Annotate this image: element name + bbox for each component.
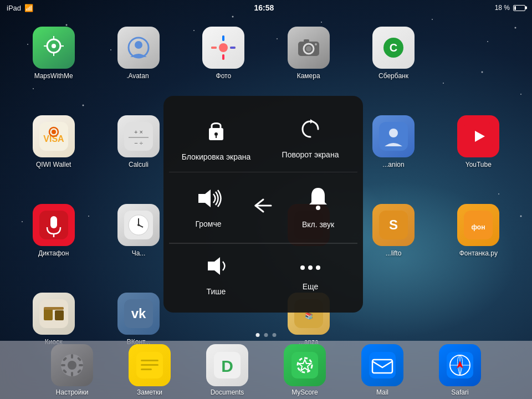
svg-point-61 xyxy=(137,224,140,226)
svg-text:фон: фон xyxy=(472,223,485,231)
app-label-dictaphone: Диктафон xyxy=(38,249,69,257)
app-icon-sberbank: С xyxy=(372,27,415,69)
app-mapswithme[interactable]: MapsWithMe xyxy=(11,21,96,110)
context-menu-bottom-row: Тише Еще xyxy=(169,243,357,306)
svg-point-37 xyxy=(306,46,311,52)
app-label-photos: Фото xyxy=(216,72,232,80)
dock-item-myscore[interactable]: MyScore xyxy=(284,344,326,396)
app-icon-clock xyxy=(117,204,160,246)
more-dots-icon xyxy=(298,254,323,277)
context-menu-top-row: Блокировка экрана Поворот экрана xyxy=(169,107,357,172)
svg-rect-38 xyxy=(304,39,309,42)
svg-rect-91 xyxy=(291,352,318,378)
app-label-clock: Ча... xyxy=(132,249,146,257)
status-bar: iPad 📶 16:58 18 % xyxy=(0,0,532,16)
dock-label-documents: Documents xyxy=(211,388,244,396)
back-button[interactable] xyxy=(248,192,279,223)
app-icon-avatan xyxy=(117,27,160,69)
app-shlifto[interactable]: S ...lifto xyxy=(351,198,436,287)
dock: Настройки Заметки D Documents MyScore Ma… xyxy=(0,341,532,399)
battery-icon xyxy=(513,5,525,11)
svg-text:VISA: VISA xyxy=(43,134,64,144)
dock-item-notes[interactable]: Заметки xyxy=(129,344,171,396)
battery-percent: 18 % xyxy=(495,4,510,12)
svg-text:S: S xyxy=(389,217,398,232)
dock-item-settings[interactable]: Настройки xyxy=(51,344,93,396)
page-dot-1[interactable] xyxy=(256,333,260,337)
context-menu-middle-row: Громче Вкл. звук xyxy=(169,172,357,243)
dock-item-safari[interactable]: Safari xyxy=(439,344,481,396)
menu-label-enable-sound: Вкл. звук xyxy=(302,219,334,229)
app-icon-photos xyxy=(202,27,244,69)
dock-label-safari: Safari xyxy=(451,388,468,396)
app-icon-dictaphone xyxy=(33,204,75,246)
wifi-icon: 📶 xyxy=(24,4,33,12)
svg-rect-78 xyxy=(71,372,73,376)
menu-label-more: Еще xyxy=(303,282,319,291)
svg-text:С: С xyxy=(390,42,397,54)
volume-down-icon xyxy=(204,254,228,282)
context-menu: Блокировка экрана Поворот экрана xyxy=(163,96,363,313)
app-kiosk[interactable]: Киоск xyxy=(11,287,96,346)
page-dot-2[interactable] xyxy=(264,333,268,337)
lock-icon xyxy=(204,117,228,147)
svg-point-109 xyxy=(316,265,320,270)
app-label-sberbank: Сбербанк xyxy=(378,72,408,80)
dock-icon-mail xyxy=(361,344,403,386)
status-right: 18 % xyxy=(495,4,525,12)
menu-label-louder: Громче xyxy=(195,219,221,229)
svg-text:+  ×: + × xyxy=(134,129,143,135)
svg-point-107 xyxy=(300,265,305,270)
app-sberbank[interactable]: С Сбербанк xyxy=(351,21,436,110)
app-dictaphone[interactable]: Диктафон xyxy=(11,198,96,287)
carrier-label: iPad xyxy=(7,4,21,12)
dock-item-mail[interactable]: Mail xyxy=(361,344,403,396)
dock-icon-safari xyxy=(439,344,481,386)
status-left: iPad 📶 xyxy=(7,4,33,12)
svg-rect-32 xyxy=(230,47,236,49)
menu-item-enable-sound[interactable]: Вкл. звук xyxy=(279,178,357,237)
dock-label-settings: Настройки xyxy=(56,388,89,396)
page-dot-3[interactable] xyxy=(273,333,277,337)
svg-rect-46 xyxy=(124,122,153,151)
svg-rect-67 xyxy=(39,299,68,328)
app-qiwi[interactable]: VISA QIWI Wallet xyxy=(11,110,96,198)
dock-item-documents[interactable]: D Documents xyxy=(206,344,248,396)
dock-label-mail: Mail xyxy=(376,388,388,396)
app-label-avatan: Avatan xyxy=(128,72,149,80)
dock-label-notes: Заметки xyxy=(137,388,162,396)
dock-icon-settings xyxy=(51,344,93,386)
app-icon-calculi: + ×− ÷ xyxy=(117,115,160,157)
dock-icon-notes xyxy=(129,344,171,386)
svg-marker-104 xyxy=(198,190,211,207)
menu-item-quieter[interactable]: Тише xyxy=(169,244,263,306)
app-label-calculi: Calculi xyxy=(129,161,149,168)
dock-icon-myscore xyxy=(284,344,326,386)
svg-rect-69 xyxy=(55,310,64,320)
app-empty1 xyxy=(436,21,521,110)
app-icon-companion xyxy=(372,115,415,157)
app-youtube[interactable]: YouTube xyxy=(436,110,521,198)
svg-rect-77 xyxy=(71,354,73,359)
svg-text:📚: 📚 xyxy=(304,311,313,320)
svg-point-76 xyxy=(68,361,76,370)
app-icon-shlifto: S xyxy=(372,204,415,246)
svg-rect-34 xyxy=(211,47,217,49)
svg-rect-70 xyxy=(44,307,64,310)
menu-item-louder[interactable]: Громче xyxy=(169,178,248,237)
app-avatan[interactable]: Avatan xyxy=(96,21,181,110)
menu-label-lock-screen: Блокировка экрана xyxy=(182,152,251,162)
menu-item-rotate-screen[interactable]: Поворот экрана xyxy=(263,107,357,172)
svg-text:vk: vk xyxy=(131,306,146,321)
app-fontanka[interactable]: фон Фонтанка.ру xyxy=(436,198,521,287)
app-label-fontanka: Фонтанка.ру xyxy=(459,249,498,257)
svg-rect-86 xyxy=(141,360,158,361)
menu-item-lock-screen[interactable]: Блокировка экрана xyxy=(169,107,263,172)
svg-rect-87 xyxy=(141,364,158,366)
svg-rect-68 xyxy=(44,308,53,320)
svg-point-108 xyxy=(308,265,313,270)
app-label-companion: ...anion xyxy=(382,161,404,168)
svg-rect-79 xyxy=(61,364,65,366)
menu-item-more[interactable]: Еще xyxy=(263,244,357,306)
app-companion[interactable]: ...anion xyxy=(351,110,436,198)
